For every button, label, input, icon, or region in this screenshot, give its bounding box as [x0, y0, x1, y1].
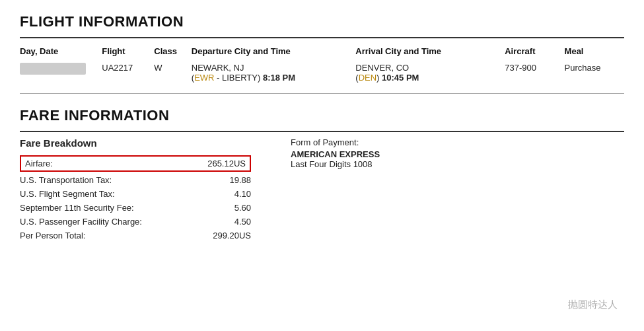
section-divider [20, 93, 624, 94]
flight-table-row: UA2217 W NEWARK, NJ (EWR - LIBERTY) 8:18… [20, 60, 624, 85]
fare-row-2: U.S. Flight Segment Tax:4.10 [20, 187, 251, 201]
flight-divider [20, 37, 624, 38]
fare-breakdown-title: Fare Breakdown [20, 137, 251, 149]
fare-section-title: FARE INFORMATION [20, 107, 624, 124]
fare-label-0: Airfare: [25, 159, 53, 168]
col-header-day: Day, Date [20, 44, 102, 60]
fare-label-4: U.S. Passenger Facility Charge: [20, 217, 142, 227]
flight-section: FLIGHT INFORMATION Day, Date Flight Clas… [20, 13, 624, 85]
departure-airport-code: EWR [194, 73, 214, 83]
payment-digits: Last Four Digits 1008 [291, 159, 380, 169]
fare-divider [20, 131, 624, 132]
fare-amount-3: 5.60 [198, 203, 251, 213]
fare-row-5: Per Person Total:299.20US [20, 229, 251, 242]
flight-day-date [20, 60, 102, 85]
col-header-arrival: Arrival City and Time [355, 44, 505, 60]
fare-amount-2: 4.10 [198, 189, 251, 199]
col-header-flight: Flight [102, 44, 154, 60]
col-header-meal: Meal [565, 44, 624, 60]
flight-section-title: FLIGHT INFORMATION [20, 13, 624, 30]
fare-right-panel: Form of Payment: AMERICAN EXPRESS Last F… [291, 137, 380, 169]
flight-arrival: DENVER, CO (DEN) 10:45 PM [355, 60, 505, 85]
departure-suffix: - LIBERTY) [214, 73, 262, 83]
flight-aircraft: 737-900 [505, 60, 564, 85]
flight-departure: NEWARK, NJ (EWR - LIBERTY) 8:18 PM [192, 60, 356, 85]
fare-section: FARE INFORMATION Fare Breakdown Airfare:… [20, 107, 624, 242]
fare-row-3: September 11th Security Fee:5.60 [20, 201, 251, 215]
arrival-time: 10:45 PM [382, 73, 419, 83]
fare-row-1: U.S. Transportation Tax:19.88 [20, 173, 251, 187]
payment-card-name: AMERICAN EXPRESS [291, 149, 380, 159]
fare-rows-container: Airfare:265.12USU.S. Transportation Tax:… [20, 155, 251, 242]
fare-label-1: U.S. Transportation Tax: [20, 175, 112, 185]
fare-label-2: U.S. Flight Segment Tax: [20, 189, 115, 199]
departure-time: 8:18 PM [263, 73, 295, 83]
fare-label-3: September 11th Security Fee: [20, 203, 134, 213]
col-header-class: Class [154, 44, 191, 60]
flight-number: UA2217 [102, 60, 154, 85]
blurred-date [20, 63, 86, 75]
flight-meal: Purchase [565, 60, 624, 85]
flight-class: W [154, 60, 191, 85]
fare-row-0: Airfare:265.12US [20, 155, 251, 172]
fare-left-panel: Fare Breakdown Airfare:265.12USU.S. Tran… [20, 137, 251, 242]
fare-amount-0: 265.12US [193, 159, 246, 168]
fare-amount-1: 19.88 [198, 175, 251, 185]
flight-table-header: Day, Date Flight Class Departure City an… [20, 44, 624, 60]
flight-table: Day, Date Flight Class Departure City an… [20, 44, 624, 85]
fare-layout: Fare Breakdown Airfare:265.12USU.S. Tran… [20, 137, 624, 242]
arrival-city: DENVER, CO [355, 63, 409, 73]
payment-label: Form of Payment: [291, 137, 380, 147]
fare-amount-5: 299.20US [198, 231, 251, 240]
col-header-departure: Departure City and Time [192, 44, 356, 60]
fare-amount-4: 4.50 [198, 217, 251, 227]
departure-city: NEWARK, NJ [192, 63, 244, 73]
fare-label-5: Per Person Total: [20, 231, 85, 240]
col-header-aircraft: Aircraft [505, 44, 564, 60]
arrival-airport-code: DEN [359, 73, 376, 83]
fare-row-4: U.S. Passenger Facility Charge:4.50 [20, 215, 251, 229]
